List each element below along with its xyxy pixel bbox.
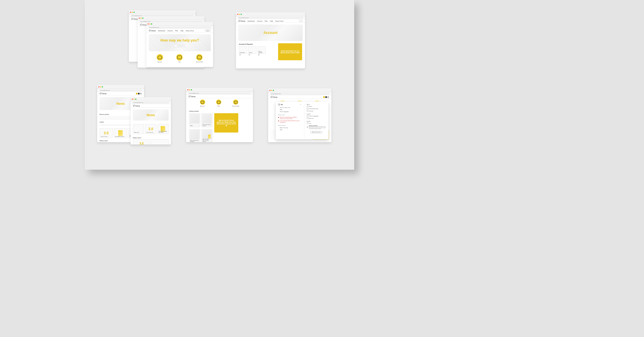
group-header: Recent spaces xyxy=(278,125,301,126)
nav-item[interactable]: Plan xyxy=(265,20,268,22)
section-title: Account & Payment xyxy=(239,43,276,45)
card-plans[interactable]: Plans & Upgrades xyxy=(258,46,266,54)
tile-account[interactable]: Account xyxy=(200,99,205,107)
recent-item[interactable]: I can no but but they turned on my car a… xyxy=(278,120,301,123)
hero: Account xyxy=(238,25,303,41)
news-card[interactable]: What's new? xyxy=(133,124,144,134)
gs-card[interactable]: How to install Cirrus on your devices xyxy=(201,129,213,142)
close-icon[interactable]: × xyxy=(300,104,301,105)
brand-logo[interactable]: Cirrus xyxy=(133,105,140,107)
filter-item[interactable]: Help xyxy=(307,105,326,107)
help-window-front: cirrus.atlassian.net Cirrus Dashboard Ac… xyxy=(146,22,213,67)
news-card[interactable]: 3.0 Cirrus 3.0 is here! xyxy=(145,124,156,134)
gs-card[interactable]: How to choose the best plan xyxy=(189,129,200,142)
news-card[interactable]: New features coming this summer xyxy=(157,124,169,134)
brand-logo[interactable]: Cirrus xyxy=(189,96,196,97)
nav-item[interactable]: Dashboard xyxy=(158,30,165,32)
search-icon: ⌕ xyxy=(176,45,177,47)
nav-item[interactable]: Account xyxy=(167,30,173,32)
nav-item[interactable]: Help xyxy=(270,20,273,22)
person-result[interactable]: Andrea Ippolito Shown here is a short us… xyxy=(307,125,326,130)
avatar xyxy=(249,54,250,56)
avatar xyxy=(239,54,241,56)
url-bar[interactable]: cirrus.atlassian.net xyxy=(148,27,211,28)
search-modal: × How to create a faq FAQ Plan & Upgrade… xyxy=(276,102,328,139)
news-card[interactable]: Download xyxy=(151,139,169,145)
avatar xyxy=(307,126,308,128)
card-devices[interactable]: Devices xyxy=(248,46,256,54)
login-button[interactable]: Log in xyxy=(205,30,211,32)
gs-card[interactable]: Hello. xyxy=(189,113,200,127)
advanced-search-button[interactable]: Advanced search xyxy=(310,131,322,133)
help-cta[interactable]: Need some help? Use our Service Desk to … xyxy=(278,43,302,60)
tile-plan[interactable]: Plan xyxy=(216,99,221,107)
avatar xyxy=(258,54,260,56)
section-header: What's new? xyxy=(133,137,169,139)
brand-logo[interactable]: Cirrus xyxy=(270,96,278,98)
filter-item[interactable]: Internal team faq xyxy=(307,107,326,110)
nav-item[interactable]: Plan xyxy=(175,30,178,32)
hero-title: How may we help you? xyxy=(160,38,199,42)
recent-space[interactable]: Help xyxy=(278,129,301,131)
nav-item[interactable]: Help xyxy=(180,30,183,32)
brand-logo[interactable]: Cirrus xyxy=(100,93,107,94)
search-window: cirrus.atlassian.net Cirrus xyxy=(268,88,331,142)
getting-started-cta[interactable]: New to Cirrus? Let us guide you! Read mo… xyxy=(214,113,238,133)
brand-logo[interactable]: Cirrus xyxy=(238,20,245,22)
avatar-stack xyxy=(136,93,142,94)
group-header: Recent work xyxy=(278,114,301,116)
url-bar[interactable]: cirrus.atlassian.net xyxy=(188,92,251,94)
nav-item[interactable]: About Cirrus xyxy=(186,30,194,32)
suggestion[interactable]: FAQ xyxy=(278,109,301,111)
url-bar[interactable]: cirrus.atlassian.net xyxy=(238,17,303,19)
search-input[interactable] xyxy=(281,104,299,105)
account-window: cirrus.atlassian.net Cirrus Dashboard Ac… xyxy=(236,12,305,68)
card-subscription[interactable]: Subscription xyxy=(239,46,247,54)
gs-card[interactable]: How to set up your account xyxy=(201,113,213,127)
filter-item[interactable]: Plans & upgrades xyxy=(307,115,326,117)
suggestion[interactable]: Plan & Upgrades xyxy=(278,111,301,113)
brand-logo[interactable]: Cirrus xyxy=(131,18,138,20)
tile-service-desk[interactable]: Service Desk xyxy=(232,99,239,107)
design-board: cirrus.atlassian.net Cirrus cirrus.atlas… xyxy=(85,0,354,170)
url-bar[interactable]: cirrus.atlassian.net xyxy=(270,93,330,95)
filter-item[interactable]: Jon xyxy=(307,122,326,124)
brand-logo[interactable]: Cirrus xyxy=(140,24,147,26)
getting-started-window: cirrus.atlassian.net Cirrus Account Plan… xyxy=(186,88,253,142)
filter-item[interactable]: Service xyxy=(307,110,326,112)
hero: News xyxy=(133,109,169,121)
tile-service-desk[interactable]: Service Desk xyxy=(196,54,203,63)
filter-item[interactable]: Account xyxy=(307,117,326,119)
news-card[interactable]: New features and more xyxy=(114,128,127,138)
nav-item[interactable]: About Cirrus xyxy=(275,20,284,22)
recent-item[interactable]: How I fix event this year, will be a sno… xyxy=(278,116,301,120)
brand-logo[interactable]: Cirrus xyxy=(149,30,156,32)
url-bar[interactable]: cirrus.atlassian.net xyxy=(99,90,142,91)
hero-search[interactable]: ⌕ Search here xyxy=(174,44,185,47)
avatar-stack xyxy=(323,96,329,98)
search-icon xyxy=(278,104,280,105)
section-title: Getting started xyxy=(189,110,250,112)
hero-title: Account xyxy=(263,31,278,35)
url-bar[interactable]: cirrus.atlassian.net xyxy=(132,102,169,104)
suggestion[interactable]: How to create a faq xyxy=(278,106,301,109)
tile-plan[interactable]: Plan xyxy=(176,54,183,63)
search-pill[interactable]: ⌕ xyxy=(299,20,303,22)
nav-item[interactable]: Account xyxy=(257,20,262,22)
news-window-front: cirrus.atlassian.net Cirrus News What's … xyxy=(131,97,171,145)
news-card[interactable]: 3.0 Download xyxy=(133,139,150,145)
nav-item[interactable]: Dashboard xyxy=(248,20,255,22)
tile-account[interactable]: Account xyxy=(157,54,163,63)
news-card[interactable]: 3.0 Cirrus 2.0 is here! xyxy=(100,128,113,138)
hero: How may we help you? ⌕ Search here xyxy=(149,34,211,51)
recent-space[interactable]: About this thing xyxy=(278,127,301,129)
